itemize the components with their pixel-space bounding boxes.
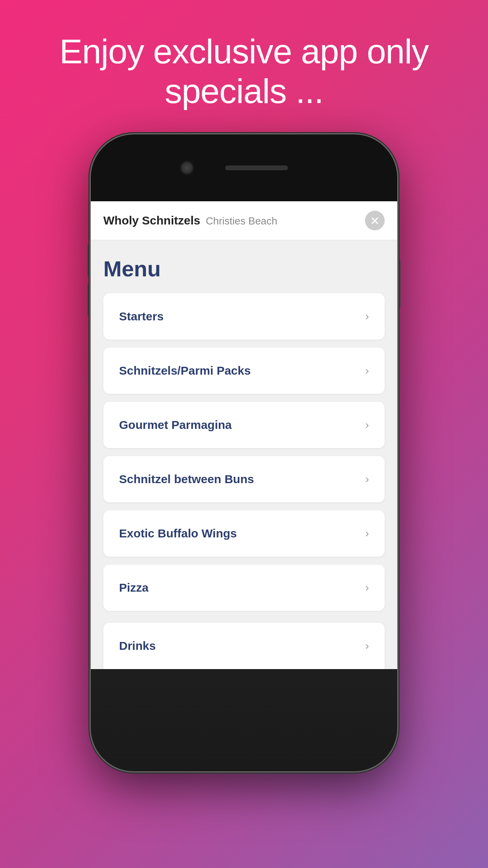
speaker-icon xyxy=(225,166,288,170)
menu-item-label: Drinks xyxy=(119,639,156,653)
menu-item-buns[interactable]: Schnitzel between Buns › xyxy=(103,456,385,502)
close-button[interactable] xyxy=(365,211,385,230)
chevron-right-icon: › xyxy=(365,310,369,323)
menu-item-pizza[interactable]: Pizza › xyxy=(103,565,385,611)
menu-item-label: Schnitzel between Buns xyxy=(119,473,254,486)
promo-headline: Enjoy exclusive app only specials ... xyxy=(28,31,460,111)
menu-item-drinks[interactable]: Drinks › xyxy=(103,623,385,669)
menu-item-starters[interactable]: Starters › xyxy=(103,293,385,340)
chevron-right-icon: › xyxy=(365,473,369,485)
menu-title: Menu xyxy=(103,256,385,281)
app-header: Wholy Schnitzels Christies Beach xyxy=(91,201,397,240)
menu-item-label: Gourmet Parmagina xyxy=(119,418,232,432)
menu-item-label: Pizza xyxy=(119,581,149,594)
phone-top-bar xyxy=(91,134,397,201)
volume-down-button xyxy=(88,284,91,315)
volume-up-button xyxy=(88,245,91,276)
menu-item-buffalo-wings[interactable]: Exotic Buffalo Wings › xyxy=(103,510,385,557)
menu-item-label: Starters xyxy=(119,310,163,323)
chevron-right-icon: › xyxy=(365,364,369,377)
menu-list: Starters › Schnitzels/Parmi Packs › Gour… xyxy=(91,289,397,615)
menu-item-label: Schnitzels/Parmi Packs xyxy=(119,364,251,377)
restaurant-location: Christies Beach xyxy=(206,215,277,227)
chevron-right-icon: › xyxy=(365,527,369,540)
app-header-title: Wholy Schnitzels Christies Beach xyxy=(103,214,277,227)
camera-icon xyxy=(181,162,193,174)
menu-section: Menu xyxy=(91,240,397,289)
menu-item-gourmet[interactable]: Gourmet Parmagina › xyxy=(103,402,385,448)
menu-item-label: Exotic Buffalo Wings xyxy=(119,527,237,540)
phone-screen: Wholy Schnitzels Christies Beach Menu St… xyxy=(91,201,397,669)
phone-mockup: Wholy Schnitzels Christies Beach Menu St… xyxy=(91,134,397,783)
chevron-right-icon: › xyxy=(365,581,369,594)
power-button xyxy=(397,260,400,307)
restaurant-name: Wholy Schnitzels xyxy=(103,214,200,227)
chevron-right-icon: › xyxy=(365,640,369,652)
chevron-right-icon: › xyxy=(365,419,369,431)
menu-item-schnitzels[interactable]: Schnitzels/Parmi Packs › xyxy=(103,348,385,394)
phone-shell: Wholy Schnitzels Christies Beach Menu St… xyxy=(91,134,397,771)
